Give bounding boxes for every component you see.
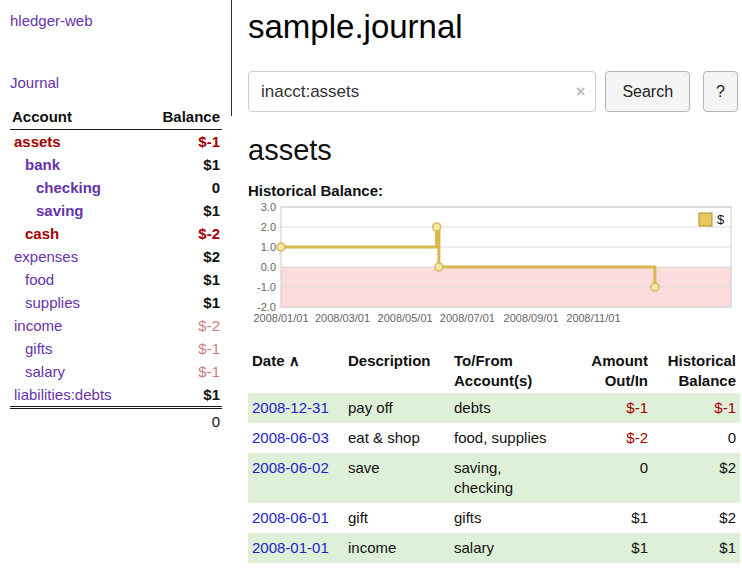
accounts-total-balance: 0	[143, 408, 222, 434]
accounts-total-row: 0	[10, 408, 222, 434]
account-balance: $-2	[143, 314, 222, 337]
account-name-cell: assets	[10, 130, 143, 154]
register-amount: $-2	[572, 423, 652, 453]
account-name-cell: gifts	[10, 337, 143, 360]
account-balance: $-2	[143, 222, 222, 245]
register-balance: $1	[652, 533, 740, 563]
sidebar: hledger-web Journal Account Balance asse…	[0, 0, 232, 433]
transaction-date-link[interactable]: 2008-06-03	[252, 429, 329, 446]
main-content: sample.journal × Search ? assets Histori…	[248, 0, 742, 563]
register-balance: $-1	[652, 393, 740, 423]
account-balance: $1	[143, 153, 222, 176]
account-row: income$-2	[10, 314, 222, 337]
register-header-description: Description	[344, 349, 450, 393]
account-name-cell: salary	[10, 360, 143, 383]
register-row: 2008-12-31pay offdebts$-1$-1	[248, 393, 740, 423]
account-row: assets$-1	[10, 130, 222, 154]
brand-link[interactable]: hledger-web	[10, 12, 93, 29]
register-header-historical-balance: Historical Balance	[652, 349, 740, 393]
sidebar-nav: Journal	[10, 74, 222, 92]
clear-search-icon[interactable]: ×	[576, 83, 585, 101]
svg-text:2008/01/01: 2008/01/01	[253, 312, 308, 324]
account-link-checking[interactable]: checking	[36, 179, 101, 196]
account-link-bank[interactable]: bank	[25, 156, 60, 173]
account-row: salary$-1	[10, 360, 222, 383]
account-name-cell: saving	[10, 199, 143, 222]
account-row: bank$1	[10, 153, 222, 176]
account-link-saving[interactable]: saving	[36, 202, 84, 219]
svg-text:2008/11/01: 2008/11/01	[566, 312, 620, 324]
register-accounts: gifts	[450, 503, 572, 533]
account-name-cell: liabilities:debts	[10, 383, 143, 408]
help-button[interactable]: ?	[703, 71, 738, 112]
chart-title: Historical Balance:	[248, 182, 738, 199]
register-description: income	[344, 533, 450, 563]
svg-text:$: $	[717, 212, 725, 227]
account-link-salary[interactable]: salary	[25, 363, 65, 380]
register-table: Date ∧DescriptionTo/From Account(s)Amoun…	[248, 349, 740, 563]
register-balance: 0	[652, 423, 740, 453]
sidebar-divider	[231, 0, 232, 116]
account-balance: $1	[143, 199, 222, 222]
register-header-to-from-account-s-: To/From Account(s)	[450, 349, 572, 393]
account-link-cash[interactable]: cash	[25, 225, 59, 242]
search-input[interactable]	[248, 71, 596, 112]
account-link-gifts[interactable]: gifts	[25, 340, 53, 357]
account-link-expenses[interactable]: expenses	[14, 248, 78, 265]
register-header-amount-out-in: Amount Out/In	[572, 349, 652, 393]
register-date-cell: 2008-01-01	[248, 533, 344, 563]
register-accounts: saving, checking	[450, 453, 572, 503]
search-button[interactable]: Search	[605, 71, 690, 112]
register-header-row: Date ∧DescriptionTo/From Account(s)Amoun…	[248, 349, 740, 393]
accounts-header-balance: Balance	[143, 104, 222, 130]
svg-text:2.0: 2.0	[261, 221, 276, 233]
register-amount: $-1	[572, 393, 652, 423]
account-row: expenses$2	[10, 245, 222, 268]
svg-text:3.0: 3.0	[261, 201, 276, 213]
register-date-cell: 2008-06-03	[248, 423, 344, 453]
register-amount: $1	[572, 503, 652, 533]
nav-journal-link[interactable]: Journal	[10, 74, 59, 91]
transaction-date-link[interactable]: 2008-06-02	[252, 459, 329, 476]
register-accounts: salary	[450, 533, 572, 563]
page-title: sample.journal	[248, 8, 738, 46]
register-accounts: food, supplies	[450, 423, 572, 453]
transaction-date-link[interactable]: 2008-12-31	[252, 399, 329, 416]
account-balance: $-1	[143, 337, 222, 360]
register-description: gift	[344, 503, 450, 533]
account-name-cell: expenses	[10, 245, 143, 268]
sort-ascending-icon[interactable]: ∧	[285, 352, 300, 369]
account-row: food$1	[10, 268, 222, 291]
account-row: cash$-2	[10, 222, 222, 245]
account-name-cell: supplies	[10, 291, 143, 314]
register-description: pay off	[344, 393, 450, 423]
accounts-table: Account Balance assets$-1bank$1checking0…	[10, 104, 222, 433]
register-header-date[interactable]: Date ∧	[248, 349, 344, 393]
register-amount: 0	[572, 453, 652, 503]
account-link-liabilities-debts[interactable]: liabilities:debts	[14, 386, 112, 403]
accounts-header-row: Account Balance	[10, 104, 222, 130]
register-accounts: debts	[450, 393, 572, 423]
svg-text:0.0: 0.0	[261, 261, 276, 273]
transaction-date-link[interactable]: 2008-01-01	[252, 539, 329, 556]
register-description: eat & shop	[344, 423, 450, 453]
account-name-cell: checking	[10, 176, 143, 199]
account-link-food[interactable]: food	[25, 271, 54, 288]
svg-text:2008/09/01: 2008/09/01	[504, 312, 559, 324]
svg-text:2008/05/01: 2008/05/01	[378, 312, 433, 324]
register-date-cell: 2008-12-31	[248, 393, 344, 423]
search-field-wrap: ×	[248, 71, 596, 112]
accounts-total-spacer	[10, 408, 143, 434]
account-balance: $-1	[143, 130, 222, 154]
search-bar: × Search ?	[248, 71, 738, 112]
account-name-cell: bank	[10, 153, 143, 176]
transaction-date-link[interactable]: 2008-06-01	[252, 509, 329, 526]
account-link-assets[interactable]: assets	[14, 133, 61, 150]
account-row: saving$1	[10, 199, 222, 222]
svg-text:1.0: 1.0	[261, 241, 276, 253]
account-row: gifts$-1	[10, 337, 222, 360]
account-row: supplies$1	[10, 291, 222, 314]
account-link-supplies[interactable]: supplies	[25, 294, 80, 311]
register-row: 2008-06-02savesaving, checking0$2	[248, 453, 740, 503]
account-link-income[interactable]: income	[14, 317, 62, 334]
